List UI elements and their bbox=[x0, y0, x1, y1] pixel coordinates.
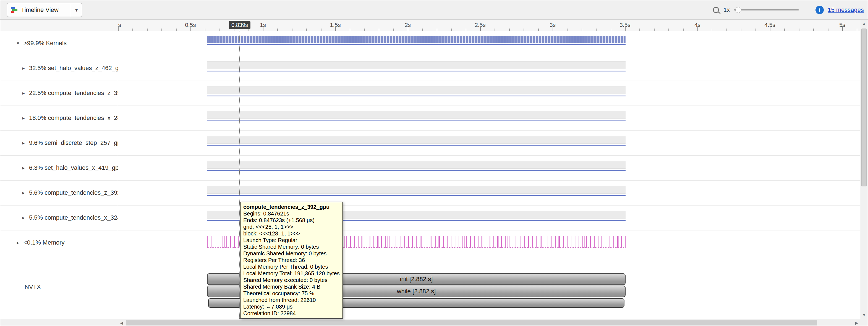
chevron-right-icon[interactable]: ▸ bbox=[20, 165, 27, 171]
kernel-tooltip: compute_tendencies_z_392_gpu Begins: 0.8… bbox=[240, 202, 343, 319]
track-row-compute-tendencies-z-354[interactable]: ▸ 22.5% compute_tendencies_z_354_gpu bbox=[0, 81, 118, 106]
tooltip-line: Shared Memory executed: 0 bytes bbox=[243, 277, 340, 283]
horizontal-scrollbar-thumb[interactable] bbox=[126, 320, 817, 325]
chevron-right-icon[interactable]: ▸ bbox=[20, 115, 27, 121]
track-band bbox=[207, 86, 626, 94]
tick-label: 1s bbox=[260, 22, 266, 28]
info-icon-glyph: i bbox=[819, 7, 820, 13]
tooltip-line: Local Memory Per Thread: 0 bytes bbox=[243, 264, 340, 270]
tooltip-title: compute_tendencies_z_392_gpu bbox=[243, 203, 340, 210]
view-selector-dropdown[interactable]: Timeline View ▼ bbox=[7, 3, 82, 17]
tick-label: 3s bbox=[550, 22, 556, 28]
kernels-summary-line[interactable] bbox=[207, 44, 626, 45]
info-icon[interactable]: i bbox=[815, 6, 824, 14]
track-row-set-halo-values-x[interactable]: ▸ 6.3% set_halo_values_x_419_gpu bbox=[0, 155, 118, 180]
zoom-magnifier-icon bbox=[713, 7, 719, 13]
track-band bbox=[207, 186, 626, 194]
kernel-events-bar[interactable] bbox=[207, 96, 626, 97]
row-separator bbox=[0, 205, 861, 206]
chevron-down-icon[interactable]: ▾ bbox=[14, 40, 21, 46]
chevron-right-icon[interactable]: ▸ bbox=[20, 190, 27, 196]
tooltip-line: Latency: ←7.089 μs bbox=[243, 303, 340, 310]
track-row-memory[interactable]: ▸ <0.1% Memory bbox=[0, 230, 118, 255]
horizontal-scrollbar[interactable]: ◀ ▶ bbox=[118, 319, 861, 326]
zoom-slider[interactable] bbox=[734, 6, 799, 13]
time-cursor-badge[interactable]: 0.839s bbox=[229, 21, 250, 29]
row-separator bbox=[0, 155, 861, 156]
tooltip-line: Local Memory Total: 191,365,120 bytes bbox=[243, 270, 340, 277]
chevron-right-icon[interactable]: ▸ bbox=[20, 140, 27, 146]
kernel-events-bar[interactable] bbox=[207, 145, 626, 146]
row-separator bbox=[0, 255, 861, 255]
tooltip-line: block: <<<128, 1, 1>>> bbox=[243, 230, 340, 237]
chevron-right-icon[interactable]: ▸ bbox=[14, 240, 21, 246]
kernel-events-bar[interactable] bbox=[207, 170, 626, 171]
tick-label: 3.5s bbox=[619, 22, 630, 28]
vertical-scrollbar-thumb[interactable] bbox=[861, 29, 867, 186]
nvtx-range-init-label: init [2.882 s] bbox=[400, 276, 433, 283]
tooltip-line: Static Shared Memory: 0 bytes bbox=[243, 243, 340, 250]
track-band bbox=[207, 111, 626, 119]
zoom-slider-thumb[interactable] bbox=[735, 7, 741, 13]
vertical-scrollbar[interactable]: ▲ ▼ bbox=[860, 20, 868, 319]
messages-link[interactable]: 15 messages bbox=[828, 6, 864, 13]
toolbar: Timeline View ▼ 1x i 15 messages bbox=[0, 0, 868, 20]
track-band bbox=[207, 161, 626, 169]
zoom-level-label: 1x bbox=[723, 6, 730, 13]
tooltip-line: Dynamic Shared Memory: 0 bytes bbox=[243, 250, 340, 257]
kernel-events-bar[interactable] bbox=[207, 71, 626, 72]
track-label: 32.5% set_halo_values_z_462_gpu bbox=[29, 64, 118, 72]
tooltip-line: Ends: 0.847623s (+1.568 μs) bbox=[243, 217, 340, 223]
kernel-events-bar[interactable] bbox=[207, 120, 626, 121]
timeline-view-icon bbox=[10, 6, 18, 13]
track-row-compute-tendencies-x-324[interactable]: ▸ 5.5% compute_tendencies_x_324_gpu bbox=[0, 205, 118, 230]
track-band bbox=[207, 136, 626, 144]
track-row-compute-tendencies-z-392[interactable]: ▸ 5.6% compute_tendencies_z_392_gpu bbox=[0, 180, 118, 205]
bottom-left-filler bbox=[0, 319, 118, 326]
time-ruler: 0s 0.5s 1s 1.5s 2s 2.5s 3s 3.5s 4s 4.5s … bbox=[0, 20, 868, 31]
scroll-right-icon[interactable]: ▶ bbox=[853, 319, 861, 326]
track-band bbox=[207, 61, 626, 69]
row-separator bbox=[0, 81, 861, 81]
track-label-nvtx: NVTX bbox=[25, 283, 41, 291]
tick-label: 0s bbox=[118, 22, 121, 28]
chevron-down-icon[interactable]: ▼ bbox=[71, 3, 82, 17]
track-row-compute-tendencies-x-286[interactable]: ▸ 18.0% compute_tendencies_x_286_gpu bbox=[0, 106, 118, 131]
scroll-up-icon[interactable]: ▲ bbox=[860, 20, 868, 27]
tick-label: 0.5s bbox=[185, 22, 196, 28]
chevron-right-icon[interactable]: ▸ bbox=[20, 65, 27, 71]
time-cursor-line[interactable] bbox=[239, 31, 240, 319]
chevron-right-icon[interactable]: ▸ bbox=[20, 215, 27, 221]
track-row-kernels[interactable]: ▾ >99.9% Kernels bbox=[0, 31, 118, 56]
kernels-summary-bar[interactable] bbox=[207, 36, 626, 43]
track-row-nvtx[interactable]: NVTX bbox=[0, 255, 118, 319]
tooltip-line: Shared Memory Bank Size: 4 B bbox=[243, 283, 340, 290]
tooltip-line: Launch Type: Regular bbox=[243, 237, 340, 243]
track-row-set-halo-values-z[interactable]: ▸ 32.5% set_halo_values_z_462_gpu bbox=[0, 56, 118, 81]
toolbar-right-cluster: 1x i 15 messages bbox=[713, 0, 864, 20]
time-ruler-scale: 0s 0.5s 1s 1.5s 2s 2.5s 3s 3.5s 4s 4.5s … bbox=[118, 20, 861, 31]
tooltip-line: Launched from thread: 22610 bbox=[243, 297, 340, 303]
tooltip-line: Registers Per Thread: 36 bbox=[243, 257, 340, 264]
track-label-kernels: >99.9% Kernels bbox=[24, 39, 67, 47]
chevron-right-icon[interactable]: ▸ bbox=[20, 90, 27, 96]
track-row-semi-discrete-step[interactable]: ▸ 9.6% semi_discrete_step_257_gpu bbox=[0, 131, 118, 155]
nvtx-range-while-label: while [2.882 s] bbox=[397, 288, 436, 295]
tick-label: 4s bbox=[694, 22, 701, 28]
scroll-left-icon[interactable]: ◀ bbox=[118, 319, 125, 326]
scroll-down-icon[interactable]: ▼ bbox=[860, 311, 868, 319]
tooltip-line: grid: <<<25, 1, 1>>> bbox=[243, 223, 340, 230]
track-label: 6.3% set_halo_values_x_419_gpu bbox=[29, 164, 118, 171]
row-separator bbox=[0, 56, 861, 56]
row-separator bbox=[0, 230, 861, 230]
kernel-events-bar[interactable] bbox=[207, 195, 626, 196]
tick-label: 5s bbox=[839, 22, 845, 28]
track-label: 5.5% compute_tendencies_x_324_gpu bbox=[29, 214, 118, 221]
track-label: 5.6% compute_tendencies_z_392_gpu bbox=[29, 189, 118, 196]
tick-label: 4.5s bbox=[764, 22, 775, 28]
row-separator bbox=[0, 180, 861, 181]
nsight-timeline-window: Timeline View ▼ 1x i 15 messages 0s 0.5s… bbox=[0, 0, 868, 326]
zoom-slider-track[interactable] bbox=[734, 9, 799, 10]
track-label-memory: <0.1% Memory bbox=[24, 239, 65, 246]
tooltip-line: Theoretical occupancy: 75 % bbox=[243, 290, 340, 297]
